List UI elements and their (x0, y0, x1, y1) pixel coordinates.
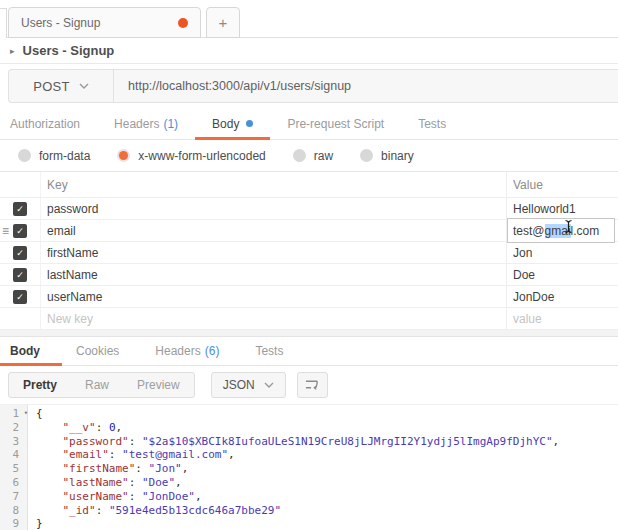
line-number: 7 (0, 490, 28, 504)
view-mode-pretty[interactable]: Pretty (9, 373, 71, 397)
url-box: POST http://localhost:3000/api/v1/users/… (8, 69, 618, 103)
request-tab-tests[interactable]: Tests (401, 108, 463, 139)
body-type-label: form-data (39, 149, 90, 163)
key-cell[interactable]: lastName (40, 264, 506, 285)
request-tabs: AuthorizationHeaders(1)BodyPre-request S… (0, 108, 618, 140)
drag-handle-icon[interactable]: ≡ (2, 224, 9, 236)
key-cell[interactable]: email (40, 220, 506, 241)
code-line: 9} (0, 517, 618, 530)
partial-tab (0, 8, 7, 38)
body-type-label: binary (381, 149, 414, 163)
view-mode-group: PrettyRawPreview (8, 372, 195, 398)
code-text: "firstName": "Jon", (28, 462, 188, 476)
request-collapse-header[interactable]: ▸ Users - Signup (0, 38, 618, 64)
response-tab-body[interactable]: Body (10, 337, 58, 365)
tab-title: Users - Signup (21, 16, 100, 30)
table-header-row: Key Value (0, 172, 618, 198)
response-tab-label: Cookies (76, 344, 119, 358)
table-row: ✓firstNameJon (0, 242, 618, 264)
value-cell[interactable]: Doe (506, 264, 618, 285)
view-mode-preview[interactable]: Preview (123, 373, 194, 397)
code-line: 1▾{ (0, 407, 618, 421)
body-type-label: x-www-form-urlencoded (138, 149, 265, 163)
request-tab-label: Authorization (10, 117, 80, 131)
response-toolbar: PrettyRawPreview JSON (0, 366, 618, 404)
language-label: JSON (223, 378, 255, 392)
new-tab-button[interactable]: + (206, 7, 240, 38)
value-column-header: Value (506, 172, 618, 197)
code-line: 6 "lastName": "Doe", (0, 476, 618, 490)
new-key-input[interactable]: New key (40, 308, 506, 329)
value-text: l.com (571, 224, 600, 238)
body-type-binary[interactable]: binary (360, 149, 414, 163)
radio-icon (360, 149, 373, 162)
value-cell[interactable]: Jon (506, 242, 618, 263)
response-tab-cookies[interactable]: Cookies (58, 337, 137, 365)
code-text: "_id": "591e4ed5b13cdc646a7bbe29" (28, 504, 281, 518)
language-dropdown[interactable]: JSON (211, 372, 286, 398)
kv-rows: ✓passwordHelloworld1≡✓emailtest@gmail.co… (0, 198, 618, 330)
code-lines: 1▾{2 "__v": 0,3 "password": "$2a$10$XBCI… (0, 407, 618, 530)
postman-window: Users - Signup + ▸ Users - Signup POST h… (0, 0, 618, 530)
plus-icon: + (219, 14, 228, 31)
request-tab-label: Pre-request Script (287, 117, 384, 131)
response-body-viewer: 1▾{2 "__v": 0,3 "password": "$2a$10$XBCI… (0, 404, 618, 530)
body-type-raw[interactable]: raw (293, 149, 333, 163)
row-checkbox[interactable]: ✓ (13, 224, 27, 238)
request-tab-users-signup[interactable]: Users - Signup (8, 7, 201, 38)
url-input[interactable]: http://localhost:3000/api/v1/users/signu… (114, 79, 351, 93)
response-tab-label: Body (10, 344, 40, 358)
request-tab-headers[interactable]: Headers(1) (97, 108, 195, 139)
request-tab-authorization[interactable]: Authorization (10, 108, 97, 139)
body-type-x-www-form-urlencoded[interactable]: x-www-form-urlencoded (117, 149, 265, 163)
line-number: 6 (0, 476, 28, 490)
new-row-placeholder: New keyvalue (0, 308, 618, 330)
key-column-header: Key (40, 172, 506, 197)
code-line: 2 "__v": 0, (0, 421, 618, 435)
code-text: "password": "$2a$10$XBCIk8IufoaULeS1N19C… (28, 435, 559, 449)
row-checkbox[interactable]: ✓ (13, 202, 27, 216)
view-mode-raw[interactable]: Raw (71, 373, 123, 397)
row-checkbox[interactable]: ✓ (13, 268, 27, 282)
radio-icon (117, 149, 130, 162)
table-row: ✓passwordHelloworld1 (0, 198, 618, 220)
new-value-input[interactable]: value (506, 308, 618, 329)
request-tab-pre-request-script[interactable]: Pre-request Script (270, 108, 401, 139)
value-cell[interactable]: JonDoe (506, 286, 618, 307)
body-type-options: form-datax-www-form-urlencodedrawbinary (0, 140, 618, 171)
urlencoded-table: Key Value ✓passwordHelloworld1≡✓emailtes… (0, 171, 618, 330)
method-label: POST (33, 79, 70, 94)
response-tabs: BodyCookiesHeaders(6)Tests (0, 337, 618, 366)
code-line: 4 "email": "test@gmail.com", (0, 448, 618, 462)
unsaved-dot-icon (178, 18, 188, 28)
row-checkbox[interactable]: ✓ (13, 290, 27, 304)
key-cell[interactable]: firstName (40, 242, 506, 263)
code-text: "__v": 0, (28, 421, 122, 435)
tab-count-badge: (6) (205, 344, 220, 358)
response-tab-headers[interactable]: Headers(6) (137, 337, 237, 365)
table-row: ✓lastNameDoe (0, 264, 618, 286)
body-type-form-data[interactable]: form-data (18, 149, 90, 163)
code-text: } (28, 517, 43, 530)
row-checkbox[interactable]: ✓ (13, 246, 27, 260)
radio-icon (293, 149, 306, 162)
wrap-text-button[interactable] (297, 372, 328, 398)
body-type-label: raw (314, 149, 333, 163)
key-cell[interactable]: userName (40, 286, 506, 307)
request-tab-body[interactable]: Body (195, 108, 270, 139)
line-number: 9 (0, 517, 28, 530)
key-cell[interactable]: password (40, 198, 506, 219)
request-tab-label: Headers (114, 117, 159, 131)
line-number: 3 (0, 435, 28, 449)
value-cell[interactable]: test@gmail.com (506, 220, 618, 241)
method-dropdown[interactable]: POST (9, 70, 113, 102)
chevron-down-icon (264, 382, 274, 388)
line-number: 2 (0, 421, 28, 435)
response-tab-tests[interactable]: Tests (237, 337, 301, 365)
line-number: 1▾ (0, 407, 28, 421)
section-divider (0, 330, 618, 337)
code-line: 7 "userName": "JonDoe", (0, 490, 618, 504)
value-input-focused[interactable]: test@gmail.com (507, 218, 615, 243)
value-cell[interactable]: Helloworld1 (506, 198, 618, 219)
line-number: 8 (0, 504, 28, 518)
